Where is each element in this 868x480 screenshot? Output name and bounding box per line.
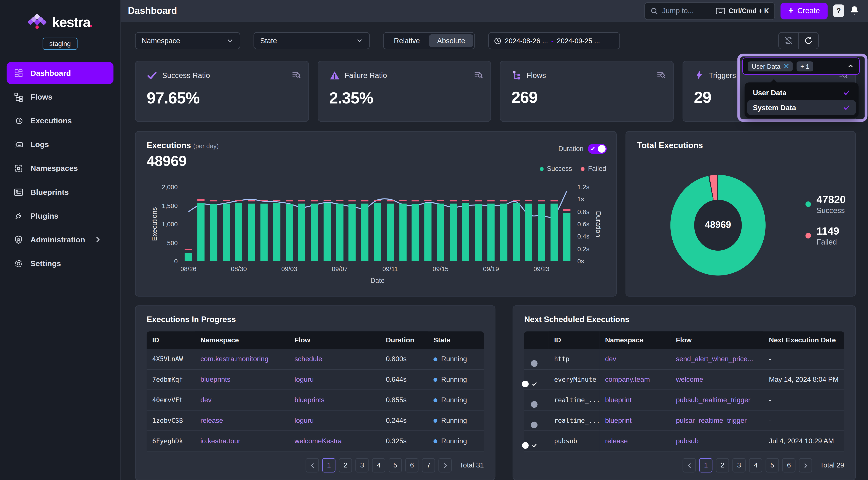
pagination-page-5[interactable]: 5 xyxy=(389,458,402,473)
pagination-prev-button[interactable] xyxy=(683,458,696,473)
flow-link[interactable]: blueprints xyxy=(294,396,324,404)
pagination-page-2[interactable]: 2 xyxy=(716,458,729,473)
namespace-link[interactable]: blueprints xyxy=(200,376,230,383)
pagination-page-5[interactable]: 5 xyxy=(766,458,779,473)
success-bar[interactable] xyxy=(412,204,419,261)
legend-item-failed[interactable]: Failed xyxy=(581,165,606,172)
success-bar[interactable] xyxy=(185,253,192,261)
success-bar[interactable] xyxy=(563,213,570,261)
legend-item-success[interactable]: Success xyxy=(540,165,572,172)
execution-id-link[interactable]: 4X5VLnAW xyxy=(147,349,195,369)
list-search-icon[interactable] xyxy=(291,70,301,80)
namespace-link[interactable]: blueprint xyxy=(605,396,631,404)
sidebar-item-settings[interactable]: Settings xyxy=(7,252,114,274)
dropdown-option-system-data[interactable]: System Data xyxy=(747,100,856,115)
namespace-link[interactable]: release xyxy=(200,417,223,424)
success-bar[interactable] xyxy=(361,203,369,261)
kestra-logo[interactable]: kestra. xyxy=(0,13,120,31)
execution-id-link[interactable]: 7edbmKqf xyxy=(147,370,195,390)
chip-remove-icon[interactable] xyxy=(784,64,789,69)
pagination-page-7[interactable]: 7 xyxy=(422,458,435,473)
duration-toggle[interactable] xyxy=(588,144,607,154)
trigger-id-link[interactable]: pubsub xyxy=(549,431,599,451)
success-bar[interactable] xyxy=(437,203,444,261)
namespace-link[interactable]: dev xyxy=(200,396,212,404)
auto-refresh-off-button[interactable] xyxy=(779,33,798,49)
sidebar-item-executions[interactable]: Executions xyxy=(7,109,114,132)
flow-link[interactable]: schedule xyxy=(294,355,322,363)
success-bar[interactable] xyxy=(487,203,495,261)
success-bar[interactable] xyxy=(450,204,457,261)
date-to-value[interactable]: 2024-09-25 ... xyxy=(557,37,600,44)
success-bar[interactable] xyxy=(399,203,406,261)
sidebar-item-logs[interactable]: Logs xyxy=(7,133,114,155)
success-bar[interactable] xyxy=(323,203,331,261)
namespace-link[interactable]: company.team xyxy=(605,376,650,383)
success-bar[interactable] xyxy=(336,203,343,261)
success-bar[interactable] xyxy=(349,204,356,261)
notifications-bell-icon[interactable] xyxy=(849,6,859,16)
success-bar[interactable] xyxy=(513,203,520,261)
sidebar-item-administration[interactable]: Administration xyxy=(7,229,114,251)
sidebar-item-plugins[interactable]: Plugins xyxy=(7,205,114,227)
success-bar[interactable] xyxy=(386,204,394,261)
namespace-link[interactable]: blueprint xyxy=(605,417,631,424)
create-button[interactable]: + Create xyxy=(781,3,828,19)
pagination-page-6[interactable]: 6 xyxy=(782,458,796,473)
success-bar[interactable] xyxy=(298,203,305,261)
pagination-prev-button[interactable] xyxy=(306,458,319,473)
pagination-page-1[interactable]: 1 xyxy=(699,458,712,473)
pagination-next-button[interactable] xyxy=(799,458,812,473)
success-bar[interactable] xyxy=(197,203,205,261)
success-bar[interactable] xyxy=(248,204,255,261)
success-bar[interactable] xyxy=(374,203,381,261)
success-bar[interactable] xyxy=(260,203,268,261)
dropdown-option-user-data[interactable]: User Data xyxy=(747,85,856,100)
namespace-link[interactable]: io.kestra.tour xyxy=(200,437,240,445)
execution-id-link[interactable]: 6FyeghDk xyxy=(147,431,195,451)
success-bar[interactable] xyxy=(223,203,230,261)
success-bar[interactable] xyxy=(538,204,545,261)
search-input[interactable]: Jump to... Ctrl/Cmd + K xyxy=(645,2,775,20)
date-range-input[interactable]: 2024-08-26 ... - 2024-09-25 ... xyxy=(488,32,620,49)
pagination-page-6[interactable]: 6 xyxy=(405,458,418,473)
trigger-id-link[interactable]: http xyxy=(549,349,599,369)
trigger-id-link[interactable]: realtime_... xyxy=(549,410,599,431)
more-count-chip[interactable]: + 1 xyxy=(797,61,813,71)
execution-id-link[interactable]: 40emvVFt xyxy=(147,390,195,410)
absolute-tab[interactable]: Absolute xyxy=(429,34,473,47)
success-bar[interactable] xyxy=(311,204,318,261)
success-bar[interactable] xyxy=(525,203,532,261)
success-bar[interactable] xyxy=(286,204,293,261)
pagination-page-4[interactable]: 4 xyxy=(749,458,762,473)
relative-tab[interactable]: Relative xyxy=(385,34,429,47)
success-bar[interactable] xyxy=(500,204,507,261)
state-filter-select[interactable]: State xyxy=(253,32,370,49)
list-search-icon[interactable] xyxy=(474,70,483,80)
namespace-link[interactable]: release xyxy=(605,437,628,445)
help-button[interactable]: ? xyxy=(833,4,844,17)
pagination-page-4[interactable]: 4 xyxy=(372,458,385,473)
success-bar[interactable] xyxy=(475,204,482,261)
flow-link[interactable]: loguru xyxy=(294,376,314,383)
success-bar[interactable] xyxy=(273,203,280,261)
success-bar[interactable] xyxy=(462,203,469,261)
refresh-button[interactable] xyxy=(798,33,818,49)
sidebar-item-flows[interactable]: Flows xyxy=(7,86,114,108)
success-bar[interactable] xyxy=(235,203,242,261)
data-type-select[interactable]: User Data + 1 xyxy=(742,58,860,74)
flow-link[interactable]: pulsar_realtime_trigger xyxy=(676,417,747,424)
flow-link[interactable]: welcome xyxy=(676,376,703,383)
sidebar-item-blueprints[interactable]: Blueprints xyxy=(7,181,114,203)
sidebar-item-dashboard[interactable]: Dashboard xyxy=(7,62,114,84)
namespace-link[interactable]: com.kestra.monitoring xyxy=(200,355,269,363)
list-search-icon[interactable] xyxy=(656,70,666,80)
pagination-page-3[interactable]: 3 xyxy=(733,458,746,473)
pagination-next-button[interactable] xyxy=(438,458,452,473)
date-from-value[interactable]: 2024-08-26 ... xyxy=(505,37,548,44)
flow-link[interactable]: welcomeKestra xyxy=(294,437,342,445)
pagination-page-2[interactable]: 2 xyxy=(339,458,352,473)
success-bar[interactable] xyxy=(424,203,431,261)
flow-link[interactable]: loguru xyxy=(294,417,314,424)
success-bar[interactable] xyxy=(551,204,558,261)
